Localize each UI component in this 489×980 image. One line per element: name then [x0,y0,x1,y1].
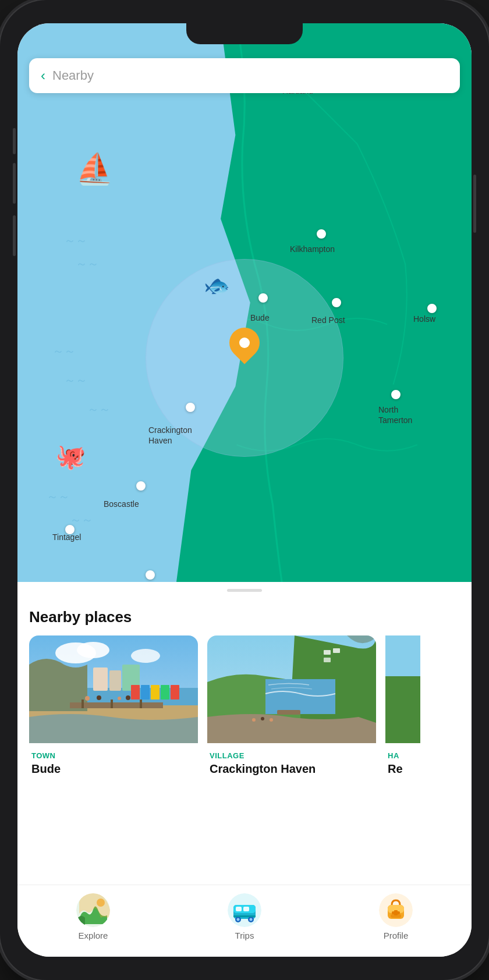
bottom-sheet-handle-area [17,582,472,598]
svg-point-26 [261,717,264,720]
profile-nav-label: Profile [384,931,409,940]
svg-point-3 [131,649,160,663]
volume-up-button [13,163,16,204]
map-dot-tintagel[interactable] [65,525,75,534]
crackington-name: Crackington Haven [210,762,374,776]
bude-card-info: TOWN Bude [29,751,198,776]
bude-name: Bude [31,762,196,776]
nav-item-trips[interactable]: Trips [228,893,261,940]
svg-point-19 [97,695,101,700]
svg-rect-39 [243,907,249,911]
wave-decoration-1: ～～ [64,233,87,248]
svg-rect-6 [93,667,108,691]
map-container[interactable]: ～～ ～～ ～～ ～～ ～～ ～～ ～～ ⛵ 🐟 🐙 [17,23,472,582]
search-bar[interactable]: ‹ Nearby [29,58,460,93]
svg-rect-38 [236,907,242,911]
wave-decoration-6: ～～ [47,489,70,505]
map-dot-crackington[interactable] [186,403,195,412]
back-arrow-icon[interactable]: ‹ [41,68,45,84]
map-dot-boscastle[interactable] [136,481,146,491]
trips-nav-icon [228,893,261,927]
phone-screen: ～～ ～～ ～～ ～～ ～～ ～～ ～～ ⛵ 🐟 🐙 [17,23,472,957]
power-button [473,175,476,233]
svg-point-25 [252,718,256,722]
partial-card-info: HA Re [385,751,420,776]
place-card-partial[interactable]: HA Re [385,635,420,776]
svg-rect-28 [324,650,331,655]
silent-switch [13,128,16,154]
svg-rect-9 [131,685,140,700]
bude-type: TOWN [31,751,196,760]
explore-nav-label: Explore [79,931,108,940]
trips-nav-label: Trips [235,931,254,940]
current-location-pin[interactable] [229,328,260,358]
places-scroll[interactable]: TOWN Bude [17,635,472,776]
crackington-type: VILLAGE [210,751,374,760]
search-input[interactable]: Nearby [52,68,94,83]
map-background: ～～ ～～ ～～ ～～ ～～ ～～ ～～ ⛵ 🐟 🐙 [17,23,472,582]
svg-point-21 [126,695,130,700]
svg-rect-11 [151,685,160,700]
wave-decoration-5: ～～ [87,402,111,417]
bude-image [29,635,198,743]
map-dot-north-tamerton[interactable] [391,390,401,399]
octopus-icon: 🐙 [55,442,86,471]
map-dot-red-post[interactable] [332,298,341,307]
map-dot-bude[interactable] [258,293,268,303]
nearby-title: Nearby places [17,603,472,635]
explore-nav-icon [76,893,110,927]
svg-point-27 [270,718,273,722]
wave-decoration-7: ～～ [70,512,93,528]
svg-rect-50 [391,914,401,918]
crackington-card-info: VILLAGE Crackington Haven [207,751,376,776]
svg-rect-13 [171,685,179,700]
svg-rect-12 [161,685,169,700]
partial-type: HA [388,751,418,760]
bottom-nav: Explore [17,885,472,957]
svg-rect-15 [82,700,84,708]
svg-rect-29 [333,648,340,653]
nav-item-profile[interactable]: Profile [379,893,413,940]
partial-image [385,635,420,743]
svg-rect-17 [140,700,142,708]
wave-decoration-2: ～～ [76,256,99,272]
svg-point-2 [77,642,109,658]
phone-frame: ～～ ～～ ～～ ～～ ～～ ～～ ～～ ⛵ 🐟 🐙 [0,0,489,980]
svg-rect-7 [109,670,121,691]
svg-rect-24 [277,710,300,715]
nav-item-explore[interactable]: Explore [76,893,110,940]
place-card-bude[interactable]: TOWN Bude [29,635,198,776]
drag-indicator [227,589,262,592]
map-dot-kilkhampton[interactable] [317,229,326,239]
partial-name: Re [388,762,418,776]
nearby-section: Nearby places [17,598,472,885]
svg-rect-32 [385,676,420,743]
svg-point-18 [85,696,90,701]
profile-nav-icon [379,893,413,927]
fish-icon: 🐟 [204,274,230,298]
map-dot-bottom[interactable] [146,570,155,580]
map-dot-holsw[interactable] [427,304,437,313]
wave-decoration-4: ～～ [64,372,87,388]
svg-point-20 [118,697,121,700]
place-card-crackington[interactable]: VILLAGE Crackington Haven [207,635,376,776]
svg-rect-44 [233,915,256,917]
svg-rect-30 [324,658,331,662]
svg-point-41 [237,918,240,921]
svg-rect-16 [111,700,113,708]
svg-point-43 [250,918,253,921]
crackington-image [207,635,376,743]
pirate-ship-icon: ⛵ [76,151,114,187]
wave-decoration-3: ～～ [52,343,76,359]
phone-notch [186,23,303,44]
svg-rect-10 [141,685,150,700]
volume-down-button [13,215,16,256]
svg-point-34 [97,899,105,907]
